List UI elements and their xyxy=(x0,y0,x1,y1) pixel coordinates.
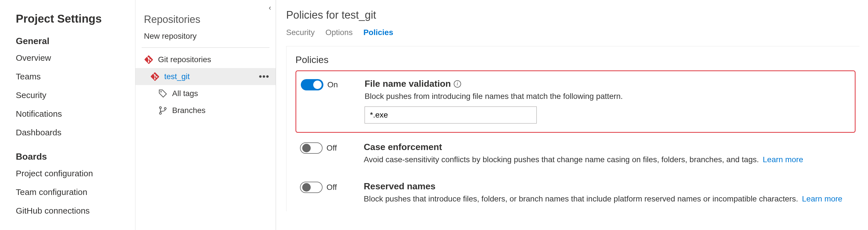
policy-description: Block pushes from introducing file names… xyxy=(365,92,846,101)
policy-title: Case enforcement xyxy=(364,142,442,152)
toggle-state-label: Off xyxy=(327,142,337,154)
git-repo-icon xyxy=(144,55,154,64)
toggle-state-label: Off xyxy=(327,182,337,193)
svg-point-0 xyxy=(160,91,162,92)
settings-section-header-general: General xyxy=(16,36,127,46)
tree-node-label: Git repositories xyxy=(158,55,276,64)
main-content: Policies for test_git Security Options P… xyxy=(276,0,868,230)
tree-node-label: test_git xyxy=(164,72,259,81)
svg-point-1 xyxy=(159,107,161,109)
tab-security[interactable]: Security xyxy=(286,28,315,38)
tree-node-git-repositories[interactable]: Git repositories xyxy=(135,51,276,68)
tab-options[interactable]: Options xyxy=(326,28,353,38)
info-icon[interactable]: i xyxy=(454,80,461,88)
svg-point-3 xyxy=(164,108,166,110)
toggle-case-enforcement[interactable] xyxy=(300,142,322,154)
settings-link-team-configuration[interactable]: Team configuration xyxy=(16,187,127,197)
settings-link-project-configuration[interactable]: Project configuration xyxy=(16,169,127,178)
settings-link-overview[interactable]: Overview xyxy=(16,53,127,63)
page-title: Policies for test_git xyxy=(286,9,860,21)
policies-panel: Policies On File name validation i Block… xyxy=(286,46,860,211)
policy-reserved-names: Off Reserved names Block pushes that int… xyxy=(296,175,856,211)
policy-title: Reserved names xyxy=(364,181,435,192)
tag-icon xyxy=(158,89,167,98)
tree-node-label: Branches xyxy=(172,106,276,115)
file-name-pattern-input[interactable] xyxy=(365,107,537,123)
tab-bar: Security Options Policies xyxy=(286,28,860,38)
tree-node-label: All tags xyxy=(172,89,276,98)
settings-section-header-boards: Boards xyxy=(16,151,127,162)
branch-icon xyxy=(158,106,167,115)
tree-node-test-git[interactable]: test_git ••• xyxy=(135,68,276,85)
tab-policies[interactable]: Policies xyxy=(364,28,393,38)
project-settings-title: Project Settings xyxy=(16,12,127,25)
policy-title: File name validation xyxy=(365,79,451,89)
policy-case-enforcement: Off Case enforcement Avoid case-sensitiv… xyxy=(296,136,856,172)
collapse-repositories-icon[interactable]: ‹ xyxy=(269,3,271,12)
policy-description: Avoid case-sensitivity conflicts by bloc… xyxy=(364,155,759,164)
new-repository-button[interactable]: New repository xyxy=(144,32,276,41)
tree-node-all-tags[interactable]: All tags xyxy=(135,85,276,102)
settings-link-dashboards[interactable]: Dashboards xyxy=(16,128,127,137)
svg-point-2 xyxy=(159,112,161,114)
toggle-file-name-validation[interactable] xyxy=(301,79,323,90)
policy-description: Block pushes that introduce files, folde… xyxy=(364,194,798,203)
settings-link-notifications[interactable]: Notifications xyxy=(16,109,127,119)
tree-node-branches[interactable]: Branches xyxy=(135,102,276,119)
repositories-separator xyxy=(142,48,270,48)
project-settings-sidebar: Project Settings General Overview Teams … xyxy=(0,0,135,230)
repositories-title: Repositories xyxy=(144,13,276,25)
toggle-state-label: On xyxy=(327,79,338,90)
learn-more-link[interactable]: Learn more xyxy=(763,155,803,164)
learn-more-link[interactable]: Learn more xyxy=(802,194,842,203)
repositories-panel: ‹ Repositories New repository Git reposi… xyxy=(135,0,276,230)
settings-link-github-connections[interactable]: GitHub connections xyxy=(16,206,127,215)
settings-link-teams[interactable]: Teams xyxy=(16,72,127,81)
policy-file-name-validation: On File name validation i Block pushes f… xyxy=(296,70,856,133)
tree-node-more-button[interactable]: ••• xyxy=(259,72,270,81)
policies-heading: Policies xyxy=(296,54,856,65)
toggle-reserved-names[interactable] xyxy=(300,182,322,193)
git-repo-icon xyxy=(150,72,160,81)
settings-link-security[interactable]: Security xyxy=(16,90,127,100)
